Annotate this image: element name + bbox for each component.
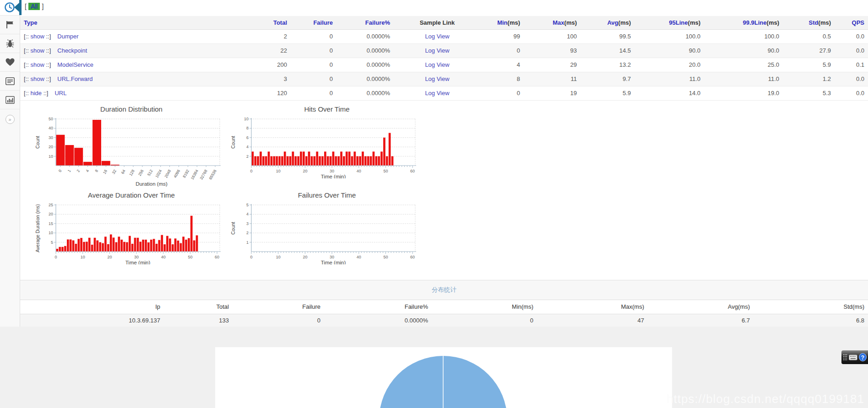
log-view-link[interactable]: Log View: [425, 90, 449, 97]
sort-95line[interactable]: 95Line: [669, 19, 688, 26]
svg-text:5: 5: [246, 203, 249, 207]
svg-text:20: 20: [49, 145, 53, 149]
dist-header-avg: Avg(ms): [648, 300, 754, 314]
bug-icon: [6, 39, 14, 48]
sort-failure[interactable]: Failure: [313, 19, 333, 26]
distribution-header-row: Ip Total Failure Failure% Min(ms) Max(ms…: [20, 300, 868, 314]
svg-text:16384: 16384: [190, 168, 200, 180]
svg-text:30: 30: [330, 255, 334, 259]
sidebar-expand-button[interactable]: »: [5, 115, 15, 124]
svg-text:32768: 32768: [199, 168, 208, 180]
watermark: https://blog.csdn.net/qqqq0199181: [667, 392, 864, 406]
sort-max[interactable]: Max: [553, 19, 564, 26]
svg-text:4: 4: [246, 212, 249, 216]
svg-text:5: 5: [51, 240, 53, 244]
help-button[interactable]: ?: [859, 353, 867, 361]
list-report-icon: [5, 77, 15, 85]
sidebar-item-flag[interactable]: [0, 16, 20, 34]
pie-area: https://blog.csdn.net/qqqq0199181: [0, 327, 868, 408]
svg-text:32: 32: [111, 168, 118, 174]
chart-title: Failures Over Time: [228, 191, 425, 201]
ip-distribution-pie-chart: [215, 347, 672, 408]
svg-text:Time (min): Time (min): [125, 260, 151, 264]
svg-text:40: 40: [49, 126, 53, 130]
table-row-checkpoint: [:: show ::]Checkpoint 22 0 0.0000% Log …: [20, 43, 868, 58]
chart-title: Hits Over Time: [228, 105, 425, 115]
dist-ip: 10.3.69.137: [20, 314, 164, 327]
sidebar-collapse-handle[interactable]: [14, 0, 22, 15]
dist-header-ip: Ip: [20, 300, 164, 314]
svg-text:2048: 2048: [163, 168, 172, 178]
sort-qps[interactable]: QPS: [852, 19, 864, 26]
chart-title: Average Duration Over Time: [33, 191, 230, 201]
svg-text:10: 10: [49, 154, 53, 158]
svg-text:16: 16: [102, 168, 108, 174]
collapse-arrow-icon: [14, 3, 19, 12]
type-link-url[interactable]: URL: [54, 90, 66, 97]
svg-text:3: 3: [246, 221, 249, 225]
svg-text:Count: Count: [230, 221, 236, 234]
svg-text:50: 50: [383, 255, 388, 259]
bar-chart-svg: 1020304050012481632641282565121024204840…: [33, 115, 230, 188]
svg-text:0: 0: [54, 255, 57, 259]
sidebar-item-bug[interactable]: [0, 34, 20, 53]
type-link-modelservice[interactable]: ModelService: [57, 61, 93, 68]
dist-header-failure: Failure: [233, 300, 324, 314]
svg-text:60: 60: [215, 255, 219, 259]
type-link-checkpoint[interactable]: Checkpoint: [57, 47, 87, 54]
charts-area: Duration Distribution1020304050012481632…: [20, 101, 868, 280]
log-view-link[interactable]: Log View: [425, 47, 449, 54]
sort-failure-pct[interactable]: Failure%: [365, 19, 390, 26]
svg-text:1: 1: [246, 240, 249, 244]
clock-icon[interactable]: [4, 2, 15, 13]
toggle-show-checkpoint[interactable]: show: [30, 47, 44, 54]
toggle-show-dumper[interactable]: show: [30, 33, 44, 40]
table-row-dumper: [:: show ::]Dumper 2 0 0.0000% Log View …: [20, 29, 868, 43]
svg-text:1: 1: [67, 168, 72, 172]
toggle-show-modelservice[interactable]: show: [30, 61, 44, 68]
toggle-show-urlforward[interactable]: show: [30, 75, 44, 82]
svg-text:40: 40: [161, 255, 166, 259]
sidebar-item-heart[interactable]: [0, 53, 20, 72]
log-view-link[interactable]: Log View: [425, 75, 449, 82]
sort-min[interactable]: Min: [497, 19, 507, 26]
dist-header-min: Min(ms): [432, 300, 537, 314]
flag-icon: [5, 21, 15, 29]
svg-text:8: 8: [246, 126, 249, 130]
toggle-hide-url[interactable]: hide: [30, 90, 42, 97]
svg-text:Average Duration (ms): Average Duration (ms): [35, 204, 40, 252]
sort-type[interactable]: Type: [24, 19, 37, 26]
svg-text:512: 512: [146, 168, 154, 177]
svg-text:0: 0: [250, 255, 252, 259]
type-link-dumper[interactable]: Dumper: [57, 33, 78, 40]
scope-selected-all[interactable]: All: [28, 3, 40, 10]
log-view-link[interactable]: Log View: [425, 61, 449, 68]
svg-text:10: 10: [276, 255, 281, 259]
svg-text:20: 20: [303, 169, 307, 173]
type-link-urlforward[interactable]: URL.Forward: [57, 75, 92, 82]
svg-text:6: 6: [246, 135, 249, 140]
sidebar-item-report[interactable]: [0, 72, 20, 91]
svg-text:40: 40: [357, 255, 361, 259]
svg-text:2: 2: [246, 154, 249, 158]
scope-bracket-close: ]: [42, 3, 43, 10]
grip-icon: [843, 354, 847, 361]
sort-avg[interactable]: Avg: [607, 19, 618, 26]
svg-text:65536: 65536: [208, 168, 217, 180]
svg-text:4: 4: [85, 168, 90, 172]
sort-total[interactable]: Total: [273, 19, 287, 26]
svg-text:10: 10: [276, 169, 281, 173]
dist-header-total: Total: [164, 300, 233, 314]
ime-toolbar[interactable]: ?: [841, 350, 868, 364]
sidebar-item-chart[interactable]: [0, 91, 20, 109]
svg-text:50: 50: [49, 117, 53, 121]
sort-999line[interactable]: 99.9Line: [743, 19, 767, 26]
svg-text:0: 0: [58, 168, 63, 172]
table-row-url: [:: hide ::]URL 120 0 0.0000% Log View 0…: [20, 86, 868, 100]
log-view-link[interactable]: Log View: [425, 33, 449, 40]
sort-std[interactable]: Std: [809, 19, 819, 26]
svg-text:0: 0: [250, 169, 252, 173]
svg-text:20: 20: [303, 255, 307, 259]
header-sample-link: Sample Link: [420, 19, 455, 26]
bar-chart-svg: 123450102030405060Time (min)Count: [228, 201, 425, 264]
